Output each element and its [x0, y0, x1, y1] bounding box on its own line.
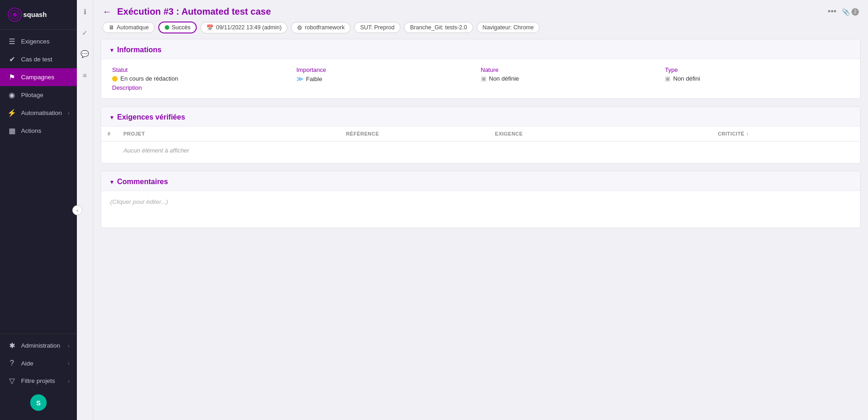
tags-row: 🖥 Automatique Succès 📅 09/11/2022 13:49 … — [93, 22, 868, 39]
sidebar-item-filtre-projets[interactable]: ▽ Filtre projets › — [0, 372, 77, 390]
sidebar-item-aide[interactable]: ? Aide › — [0, 355, 77, 372]
filtre-projets-arrow: › — [68, 378, 70, 384]
commentaires-section: ▾ Commentaires (Cliquer pour éditer...) — [101, 171, 861, 228]
user-avatar[interactable]: S — [30, 394, 47, 411]
sort-icon[interactable]: ↑ — [746, 131, 749, 136]
sidebar-item-exigences-label: Exigences — [21, 38, 70, 45]
check-panel-button[interactable]: ✓ — [79, 27, 92, 39]
informations-toggle[interactable]: ▾ — [110, 46, 113, 54]
info-panel-button[interactable]: ℹ — [79, 5, 92, 18]
type-label: Type — [665, 66, 849, 73]
exigences-table-header-row: # PROJET RÉFÉRENCE EXIGENCE CRITICITÉ ↑ — [101, 126, 860, 142]
pilotage-icon: ◉ — [7, 91, 16, 99]
sidebar-item-exigences[interactable]: ☰ Exigences — [0, 33, 77, 50]
exigences-section-header: ▾ Exigences vérifiées — [101, 107, 860, 126]
main-content: ← Exécution #3 : Automated test case •••… — [93, 0, 868, 420]
branche-label: Branche_Git: tests-2.0 — [410, 24, 467, 31]
commentaires-toggle[interactable]: ▾ — [110, 178, 113, 185]
sidebar-item-administration[interactable]: ✱ Administration › — [0, 337, 77, 355]
sidebar-item-actions-label: Actions — [21, 127, 70, 134]
comment-editor[interactable]: (Cliquer pour éditer...) — [101, 191, 860, 228]
tag-branche[interactable]: Branche_Git: tests-2.0 — [404, 22, 473, 33]
page-header: ← Exécution #3 : Automated test case •••… — [93, 0, 868, 22]
tag-date[interactable]: 📅 09/11/2022 13:49 (admin) — [200, 22, 287, 33]
statut-text: En cours de rédaction — [120, 75, 178, 82]
status-yellow-dot — [112, 76, 118, 82]
importance-value: ≫ Faible — [297, 75, 481, 82]
nature-value: ▣ Non définie — [481, 75, 665, 82]
informations-title: Informations — [117, 46, 162, 54]
no-data-message: Aucun élément à afficher — [117, 142, 340, 160]
info-statut: Statut En cours de rédaction — [112, 66, 297, 82]
automatisation-arrow: › — [68, 110, 70, 116]
exigences-table-head: # PROJET RÉFÉRENCE EXIGENCE CRITICITÉ ↑ — [101, 126, 860, 142]
exigences-table-body: Aucun élément à afficher — [101, 142, 860, 160]
importance-icon: ≫ — [297, 75, 303, 82]
info-importance: Importance ≫ Faible — [297, 66, 481, 82]
page-title: Exécution #3 : Automated test case — [117, 6, 822, 17]
sidebar: squash ☰ Exigences ✔ Cas de test ⚑ Campa… — [0, 0, 77, 420]
exigences-toggle[interactable]: ▾ — [110, 114, 113, 121]
comment-panel-button[interactable]: 💬 — [79, 48, 92, 60]
nature-text: Non définie — [489, 75, 519, 82]
statut-value: En cours de rédaction — [112, 75, 297, 82]
sidebar-item-automatisation-label: Automatisation — [21, 109, 63, 116]
list-icon: ≡ — [83, 71, 87, 79]
more-options-button[interactable]: ••• — [828, 7, 836, 16]
navigateur-label: Navigateur: Chrome — [483, 24, 534, 31]
attachment-button[interactable]: 📎 2 — [842, 8, 859, 16]
framework-label: robotframework — [305, 24, 345, 31]
tag-automatique[interactable]: 🖥 Automatique — [102, 22, 155, 33]
exigences-title: Exigences vérifiées — [117, 113, 185, 121]
back-button[interactable]: ← — [102, 6, 112, 17]
aide-icon: ? — [7, 359, 16, 367]
tag-navigateur[interactable]: Navigateur: Chrome — [477, 22, 540, 33]
tag-succes[interactable]: Succès — [158, 22, 197, 33]
sidebar-nav: ☰ Exigences ✔ Cas de test ⚑ Campagnes ◉ … — [0, 30, 77, 333]
sidebar-item-pilotage[interactable]: ◉ Pilotage — [0, 86, 77, 104]
sidebar-item-administration-label: Administration — [21, 342, 63, 349]
info-nature: Nature ▣ Non définie — [481, 66, 665, 82]
sidebar-item-aide-label: Aide — [21, 360, 63, 367]
statut-label: Statut — [112, 66, 297, 73]
exigences-table-container: # PROJET RÉFÉRENCE EXIGENCE CRITICITÉ ↑ — [101, 126, 860, 163]
sidebar-item-campagnes[interactable]: ⚑ Campagnes — [0, 68, 77, 86]
content-area: ▾ Informations Statut En cours de rédact… — [93, 39, 868, 420]
sidebar-item-actions[interactable]: ▦ Actions — [0, 122, 77, 140]
tag-framework[interactable]: ⚙ robotframework — [291, 22, 350, 33]
type-text: Non défini — [673, 75, 700, 82]
informations-section-header: ▾ Informations — [101, 39, 860, 59]
sidebar-item-pilotage-label: Pilotage — [21, 92, 70, 98]
filtre-projets-icon: ▽ — [7, 376, 16, 385]
description-label: Description — [112, 84, 481, 91]
administration-icon: ✱ — [7, 341, 16, 350]
info-description: Description — [112, 84, 481, 91]
sidebar-collapse-button[interactable]: ‹ — [72, 205, 82, 215]
sidebar-item-cas-de-test[interactable]: ✔ Cas de test — [0, 50, 77, 68]
cas-de-test-icon: ✔ — [7, 55, 16, 64]
col-ref-header: RÉFÉRENCE — [340, 126, 489, 142]
col-criticite-header: CRITICITÉ ↑ — [712, 126, 860, 142]
list-panel-button[interactable]: ≡ — [79, 69, 92, 82]
sidebar-bottom: ✱ Administration › ? Aide › ▽ Filtre pro… — [0, 333, 77, 420]
comment-icon: 💬 — [81, 50, 89, 58]
sidebar-item-automatisation[interactable]: ⚡ Automatisation › — [0, 104, 77, 122]
informations-section: ▾ Informations Statut En cours de rédact… — [101, 39, 861, 99]
date-label: 09/11/2022 13:49 (admin) — [216, 24, 281, 31]
automatisation-icon: ⚡ — [7, 109, 16, 117]
date-icon: 📅 — [206, 24, 214, 31]
automatique-label: Automatique — [117, 24, 149, 31]
svg-text:squash: squash — [23, 11, 47, 19]
col-hash-header: # — [101, 126, 117, 142]
check-icon: ✓ — [82, 29, 88, 37]
framework-icon: ⚙ — [297, 24, 302, 31]
aide-arrow: › — [68, 360, 70, 366]
exigences-verifiees-section: ▾ Exigences vérifiées # PROJET RÉFÉRENCE… — [101, 106, 861, 164]
info-type: Type ▣ Non défini — [665, 66, 849, 82]
informations-grid: Statut En cours de rédaction Importance … — [101, 59, 860, 98]
col-project-header: PROJET — [117, 126, 340, 142]
attachment-count: 2 — [852, 8, 859, 16]
commentaires-section-header: ▾ Commentaires — [101, 171, 860, 191]
tag-sut[interactable]: SUT: Preprod — [354, 22, 400, 33]
sidebar-item-campagnes-label: Campagnes — [21, 74, 70, 81]
